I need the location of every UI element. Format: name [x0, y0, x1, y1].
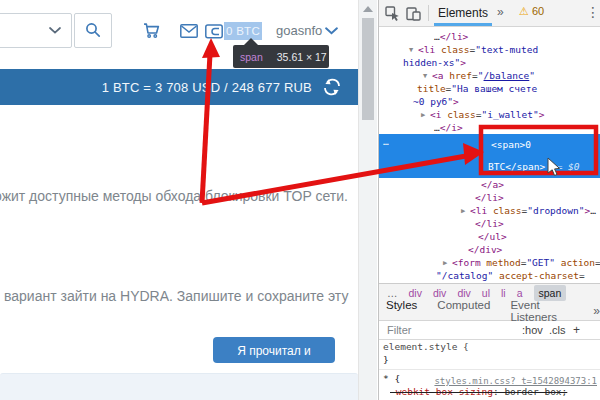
page-paragraph: ожит доступные методы обхода блокировки … [0, 188, 348, 204]
breadcrumb-item[interactable]: div [433, 287, 446, 299]
css-property-name: -webkit-box-sizing [390, 386, 493, 397]
pseudo-state-toggle[interactable]: :hov [522, 324, 543, 336]
devtools-panel: Elements » ⚠60 ⋮ …</li>▼<li class="text-… [378, 0, 600, 400]
dom-tree-line[interactable]: <span>0 [379, 134, 600, 156]
styles-rules: element.style { } * { -webkit-box-sizing… [379, 340, 600, 400]
dom-tree-line[interactable]: ▶<i class="i_wallet"> [379, 108, 600, 121]
search-button[interactable] [74, 13, 112, 48]
warning-count: 60 [532, 5, 544, 17]
category-select[interactable] [0, 13, 72, 48]
wallet-icon[interactable] [205, 24, 223, 39]
confirm-button[interactable]: Я прочитал и сохранил! [213, 337, 335, 363]
scroll-up-arrow-icon[interactable] [363, 6, 373, 12]
refresh-icon[interactable] [322, 78, 342, 96]
styles-filter-row: :hov .cls + [379, 321, 600, 340]
class-toggle[interactable]: .cls [549, 324, 566, 336]
scrollbar-thumb[interactable] [362, 18, 374, 120]
dom-tree-line[interactable]: title="На вашем счете [379, 82, 600, 95]
btc-rate-bar: 1 BTC = 3 708 USD / 248 677 RUB [0, 69, 358, 105]
styles-tab-event-listeners[interactable]: Event Listeners [510, 299, 559, 323]
warning-icon: ⚠ [519, 5, 529, 17]
dom-tree-line[interactable]: "/catalog" accept-charset= [379, 269, 600, 282]
tab-elements[interactable]: Elements [438, 6, 488, 20]
dom-tree-line[interactable]: ▶<li class="dropdown">… [379, 204, 600, 217]
rule-divider [379, 369, 600, 370]
btc-rate-text: 1 BTC = 3 708 USD / 248 677 RUB [102, 80, 312, 95]
dom-tree-line[interactable]: </div> [379, 243, 600, 256]
dom-tree-line[interactable]: ~0 руб"> [379, 95, 600, 108]
dom-tree-line[interactable]: </li> [379, 191, 600, 204]
dom-tree-line[interactable]: ▶<form method="GET" action= [379, 256, 600, 269]
tooltip-caret-icon [244, 38, 258, 45]
device-toolbar-icon[interactable] [406, 6, 422, 22]
screen: 0 BTC goasnfo span 35.61 × 17 1 BTC = 3 … [0, 0, 600, 400]
breadcrumb-item[interactable]: … [387, 287, 398, 299]
tooltip-tag-name: span [233, 51, 270, 63]
dom-tree-line[interactable]: </li> [379, 217, 600, 230]
page-scrollbar[interactable] [358, 0, 377, 400]
inspect-element-icon[interactable] [385, 6, 401, 22]
inspect-tooltip: span 35.61 × 17 [233, 45, 329, 68]
dom-tree-line[interactable]: BTC</span> == $0 [379, 156, 600, 178]
new-style-rule-button[interactable]: + [573, 323, 580, 337]
cart-icon[interactable] [143, 22, 161, 39]
breadcrumb-item[interactable]: li [501, 287, 506, 299]
warning-badge[interactable]: ⚠60 [519, 5, 544, 18]
toolbar-divider [428, 5, 429, 21]
dom-tree-line[interactable]: …</li> [379, 30, 600, 43]
element-style-close: } [379, 353, 600, 366]
styles-tabs-overflow-chevron[interactable]: » [593, 304, 600, 318]
search-icon [85, 22, 101, 38]
overridden-css-property[interactable]: -webkit-box-sizing: border-box; [379, 385, 600, 398]
dom-tree-line[interactable]: ▼<li class="text-muted [379, 43, 600, 56]
breadcrumb-item[interactable]: div [457, 287, 470, 299]
dom-tree-line[interactable]: …</i> [379, 121, 600, 134]
webpage-panel: 0 BTC goasnfo span 35.61 × 17 1 BTC = 3 … [0, 0, 358, 400]
dom-tree-line[interactable]: ▼<a href="/balance" [379, 69, 600, 82]
tabs-overflow-chevron[interactable]: » [497, 5, 504, 19]
dom-tree-line[interactable]: </a> [379, 178, 600, 191]
styles-tab-styles[interactable]: Styles [386, 299, 417, 323]
chevron-down-icon[interactable] [325, 27, 338, 35]
dom-tree-line[interactable]: hidden-xs"> [379, 56, 600, 69]
kebab-menu-icon[interactable]: ⋮ [586, 4, 600, 20]
devtools-toolbar: Elements » ⚠60 ⋮ [379, 0, 600, 27]
user-menu[interactable]: goasnfo [276, 23, 322, 38]
breadcrumb-item[interactable]: a [517, 287, 523, 299]
dom-tree: …</li>▼<li class="text-mutedhidden-xs">▼… [379, 28, 600, 283]
tooltip-dimensions: 35.61 × 17 [270, 51, 334, 63]
styles-tab-computed[interactable]: Computed [437, 299, 490, 323]
element-style-rule[interactable]: element.style { [379, 340, 600, 353]
css-property-value: : border-box; [493, 386, 567, 397]
styles-tab-bar: StylesComputedEvent Listeners » [379, 302, 600, 321]
styles-filter-input[interactable] [385, 323, 499, 337]
page-paragraph: вариант зайти на HYDRA. Запишите и сохра… [4, 288, 348, 304]
info-panel-edge [0, 373, 358, 400]
dom-tree-line[interactable]: </ul> [379, 230, 600, 243]
stylesheet-link[interactable]: styles.min.css?_t=1542894373:1 [434, 376, 597, 386]
styles-tabs: StylesComputedEvent Listeners [386, 299, 559, 323]
breadcrumb-item[interactable]: ul [482, 287, 490, 299]
breadcrumb-item[interactable]: div [409, 287, 422, 299]
mail-icon[interactable] [180, 24, 198, 38]
selected-row-ellipsis: … [383, 136, 389, 147]
chevron-down-icon [49, 27, 61, 34]
